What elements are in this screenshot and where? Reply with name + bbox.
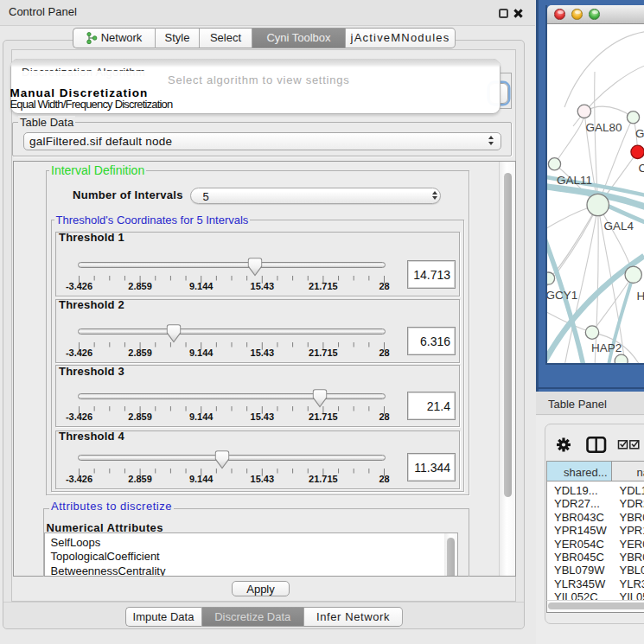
svg-text:GAL4: GAL4: [603, 220, 634, 233]
svg-text:HAP2: HAP2: [591, 341, 622, 354]
svg-text:H: H: [636, 290, 644, 303]
svg-text:GCY1: GCY1: [547, 289, 577, 302]
svg-text:C: C: [638, 162, 644, 175]
svg-text:GA: GA: [635, 127, 644, 140]
svg-text:GAL11: GAL11: [557, 174, 592, 187]
svg-text:GAL80: GAL80: [585, 121, 622, 134]
